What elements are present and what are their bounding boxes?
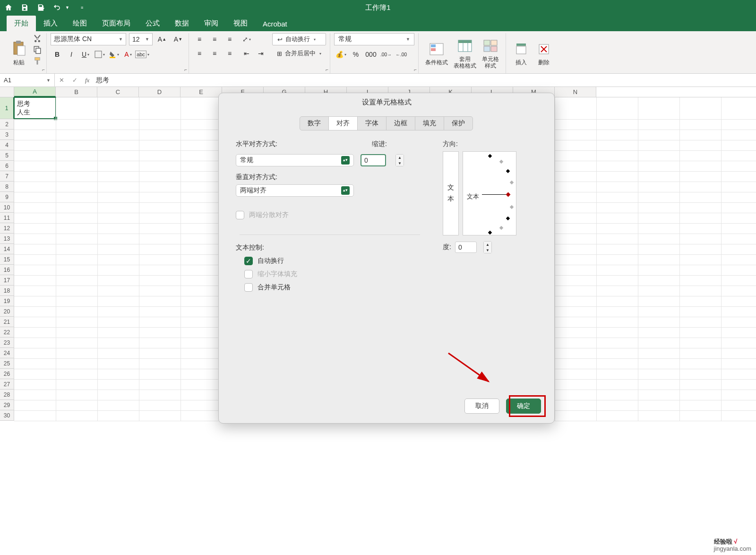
orientation-dial[interactable]: 文本 [463, 151, 516, 235]
orientation-button[interactable]: ⤢▾ [240, 33, 253, 45]
alignment-launcher-icon[interactable]: ⌐ [326, 67, 328, 72]
align-right-icon[interactable]: ≡ [223, 47, 236, 60]
font-color-button[interactable]: A▾ [121, 48, 135, 61]
v-align-select[interactable]: 两端对齐▴▾ [236, 184, 354, 197]
ribbon-tab-view[interactable]: 视图 [226, 16, 255, 31]
merge-cells-check[interactable]: 合并单元格 [244, 283, 424, 292]
row-header[interactable]: 3 [0, 130, 14, 140]
cancel-formula-icon[interactable]: ✕ [55, 77, 68, 84]
ribbon-tab-acrobat[interactable]: Acrobat [255, 17, 295, 31]
font-name-combo[interactable]: 思源黑体 CN▼ [51, 33, 126, 45]
paste-button[interactable]: 粘贴 [8, 33, 30, 73]
row-header[interactable]: 10 [0, 202, 14, 213]
clipboard-launcher-icon[interactable]: ⌐ [42, 67, 45, 72]
row-header[interactable]: 21 [0, 317, 14, 327]
percent-format-icon[interactable]: % [349, 48, 362, 61]
cancel-button[interactable]: 取消 [464, 399, 499, 414]
wrap-text-check[interactable]: ✓ 自动换行 [244, 257, 424, 265]
font-size-combo[interactable]: 12▼ [129, 33, 153, 45]
undo-icon[interactable] [52, 3, 61, 12]
spin-down-icon[interactable]: ▼ [396, 160, 404, 166]
merge-center-button[interactable]: ⊞合并后居中▾ [272, 47, 326, 60]
row-header[interactable]: 20 [0, 306, 14, 317]
degree-input[interactable]: 0 [455, 242, 477, 253]
undo-dropdown-icon[interactable]: ▼ [65, 5, 69, 10]
home-icon[interactable] [4, 3, 13, 12]
formula-input[interactable]: 思考 [93, 76, 756, 85]
ribbon-tab-home[interactable]: 开始 [7, 16, 36, 31]
row-header[interactable]: 27 [0, 379, 14, 390]
row-header[interactable]: 26 [0, 369, 14, 379]
row-header[interactable]: 18 [0, 286, 14, 296]
increase-font-icon[interactable]: A▲ [155, 33, 169, 45]
border-button[interactable]: ▾ [93, 48, 106, 61]
copy-icon[interactable] [32, 44, 43, 55]
spin-up-icon[interactable]: ▲ [484, 242, 491, 247]
row-header[interactable]: 17 [0, 275, 14, 286]
active-cell[interactable]: 思考 人生 [14, 97, 56, 119]
spin-down-icon[interactable]: ▼ [484, 247, 491, 253]
align-middle-icon[interactable]: ≡ [208, 33, 221, 45]
row-header[interactable]: 23 [0, 338, 14, 348]
column-header[interactable]: A [14, 87, 56, 97]
decrease-decimal-icon[interactable]: ←.00 [395, 48, 408, 61]
row-header[interactable]: 8 [0, 182, 14, 192]
row-header[interactable]: 9 [0, 192, 14, 202]
confirm-formula-icon[interactable]: ✓ [68, 77, 81, 84]
row-header[interactable]: 4 [0, 140, 14, 150]
dlg-tab-fill[interactable]: 填充 [415, 116, 444, 130]
cell-styles-button[interactable]: 单元格 样式 [479, 33, 502, 73]
name-box[interactable]: A1▼ [0, 74, 55, 87]
table-format-button[interactable]: 套用 表格格式 [451, 33, 479, 73]
format-painter-icon[interactable] [32, 56, 43, 66]
insert-cells-button[interactable]: 插入 [510, 33, 533, 73]
increase-decimal-icon[interactable]: .00→ [379, 48, 393, 61]
row-header[interactable]: 29 [0, 400, 14, 410]
vertical-text-button[interactable]: 文 本 [443, 151, 459, 235]
degree-spinner[interactable]: ▲▼ [483, 241, 492, 253]
dlg-tab-alignment[interactable]: 对齐 [328, 116, 358, 130]
align-top-icon[interactable]: ≡ [193, 33, 206, 45]
underline-button[interactable]: U▾ [79, 48, 92, 61]
ribbon-tab-insert[interactable]: 插入 [36, 16, 65, 31]
row-header[interactable]: 30 [0, 410, 14, 421]
wrap-text-button[interactable]: ↩自动换行▾ [272, 33, 326, 45]
row-header[interactable]: 22 [0, 327, 14, 338]
align-left-icon[interactable]: ≡ [193, 47, 206, 60]
conditional-format-button[interactable]: 条件格式 [422, 33, 451, 73]
decrease-font-icon[interactable]: A▼ [172, 33, 185, 45]
dial-indicator-handle[interactable] [506, 192, 511, 197]
row-header[interactable]: 6 [0, 161, 14, 171]
font-launcher-icon[interactable]: ⌐ [184, 67, 187, 72]
row-header[interactable]: 2 [0, 119, 14, 130]
indent-input[interactable]: 0 [361, 154, 386, 166]
row-header[interactable]: 14 [0, 244, 14, 254]
row-header[interactable]: 24 [0, 348, 14, 358]
comma-format-icon[interactable]: 000 [364, 48, 378, 61]
number-launcher-icon[interactable]: ⌐ [414, 67, 417, 72]
row-header[interactable]: 25 [0, 358, 14, 369]
italic-button[interactable]: I [65, 48, 78, 61]
select-all-corner[interactable] [0, 87, 14, 97]
phonetic-guide-button[interactable]: abc▾ [136, 48, 149, 61]
ribbon-tab-layout[interactable]: 页面布局 [94, 16, 138, 31]
h-align-select[interactable]: 常规▴▾ [236, 154, 354, 166]
increase-indent-icon[interactable]: ⇥ [254, 47, 267, 60]
ribbon-tab-data[interactable]: 数据 [167, 16, 197, 31]
fill-color-button[interactable]: ▾ [107, 48, 120, 61]
save-icon[interactable] [20, 3, 29, 12]
save-as-icon[interactable] [36, 3, 45, 12]
row-header[interactable]: 13 [0, 234, 14, 244]
column-header[interactable]: N [555, 87, 596, 97]
cut-icon[interactable] [32, 33, 43, 43]
align-bottom-icon[interactable]: ≡ [223, 33, 236, 45]
row-header[interactable]: 1 [0, 97, 14, 119]
dlg-tab-font[interactable]: 字体 [357, 116, 387, 130]
ribbon-tab-draw[interactable]: 绘图 [65, 16, 94, 31]
number-format-combo[interactable]: 常规▼ [334, 33, 414, 45]
row-header[interactable]: 19 [0, 296, 14, 306]
ribbon-tab-formula[interactable]: 公式 [138, 16, 167, 31]
fx-icon[interactable]: fx [85, 77, 89, 84]
bold-button[interactable]: B [51, 48, 64, 61]
row-header[interactable]: 5 [0, 150, 14, 161]
